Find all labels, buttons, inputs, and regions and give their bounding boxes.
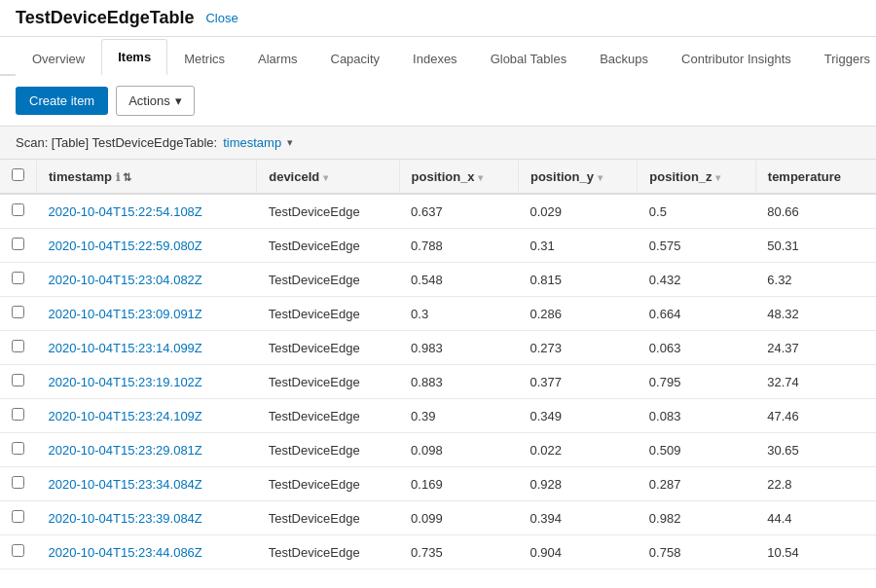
cell-deviceId: TestDeviceEdge: [257, 399, 399, 433]
tab-capacity[interactable]: Capacity: [314, 41, 397, 76]
cell-timestamp[interactable]: 2020-10-04T15:23:29.081Z: [37, 433, 257, 467]
cell-position_z: 0.795: [638, 365, 755, 399]
table-row: 2020-10-04T15:22:59.080ZTestDeviceEdge0.…: [0, 229, 876, 263]
cell-position_x: 0.39: [399, 399, 518, 433]
items-table: timestamp ℹ ⇅deviceId ▾position_x ▾posit…: [0, 160, 876, 570]
table-row: 2020-10-04T15:23:39.084ZTestDeviceEdge0.…: [0, 501, 876, 535]
filter-icon[interactable]: ▾: [323, 172, 328, 183]
row-checkbox[interactable]: [12, 306, 24, 318]
tab-triggers[interactable]: Triggers: [808, 41, 876, 76]
col-header-temperature: temperature: [755, 160, 876, 194]
cell-position_z: 0.5: [638, 194, 755, 229]
page-title: TestDeviceEdgeTable: [16, 8, 194, 28]
cell-position_x: 0.169: [399, 467, 518, 501]
scan-bar: Scan: [Table] TestDeviceEdgeTable: times…: [0, 127, 876, 160]
cell-timestamp[interactable]: 2020-10-04T15:23:14.099Z: [37, 331, 257, 365]
select-all-header: [0, 160, 37, 194]
cell-deviceId: TestDeviceEdge: [257, 331, 399, 365]
cell-timestamp[interactable]: 2020-10-04T15:23:39.084Z: [37, 501, 257, 535]
filter-icon[interactable]: ▾: [598, 172, 602, 183]
cell-timestamp[interactable]: 2020-10-04T15:23:09.091Z: [37, 297, 257, 331]
table-row: 2020-10-04T15:23:34.084ZTestDeviceEdge0.…: [0, 467, 876, 501]
row-checkbox[interactable]: [12, 340, 24, 352]
col-header-timestamp[interactable]: timestamp ℹ ⇅: [37, 160, 257, 194]
cell-timestamp[interactable]: 2020-10-04T15:23:44.086Z: [37, 535, 257, 570]
row-checkbox[interactable]: [12, 238, 24, 250]
cell-deviceId: TestDeviceEdge: [257, 229, 399, 263]
tab-items[interactable]: Items: [101, 39, 167, 76]
tab-overview[interactable]: Overview: [16, 41, 101, 76]
tab-contributor-insights[interactable]: Contributor Insights: [665, 41, 808, 76]
row-checkbox-cell: [0, 263, 37, 297]
row-checkbox[interactable]: [12, 408, 24, 421]
cell-position_x: 0.098: [399, 433, 518, 467]
table-container: timestamp ℹ ⇅deviceId ▾position_x ▾posit…: [0, 160, 876, 570]
cell-position_x: 0.099: [399, 501, 518, 535]
cell-deviceId: TestDeviceEdge: [257, 467, 399, 501]
cell-position_y: 0.349: [518, 399, 637, 433]
table-row: 2020-10-04T15:23:29.081ZTestDeviceEdge0.…: [0, 433, 876, 467]
cell-position_x: 0.3: [399, 297, 518, 331]
cell-position_x: 0.548: [399, 263, 518, 297]
filter-icon[interactable]: ▾: [478, 172, 483, 183]
cell-position_x: 0.788: [399, 229, 518, 263]
cell-timestamp[interactable]: 2020-10-04T15:22:59.080Z: [37, 229, 257, 263]
cell-position_z: 0.575: [638, 229, 755, 263]
cell-temperature: 47.46: [755, 399, 876, 433]
cell-timestamp[interactable]: 2020-10-04T15:23:19.102Z: [37, 365, 257, 399]
col-header-position_z: position_z ▾: [638, 160, 755, 194]
cell-position_y: 0.377: [518, 365, 637, 399]
create-item-button[interactable]: Create item: [16, 87, 108, 115]
row-checkbox[interactable]: [12, 374, 24, 386]
cell-temperature: 24.37: [755, 331, 876, 365]
tab-backups[interactable]: Backups: [583, 41, 665, 76]
cell-position_z: 0.063: [638, 331, 755, 365]
cell-position_x: 0.735: [399, 535, 518, 570]
row-checkbox-cell: [0, 297, 37, 331]
tab-indexes[interactable]: Indexes: [396, 41, 474, 76]
cell-temperature: 30.65: [755, 433, 876, 467]
cell-position_x: 0.883: [399, 365, 518, 399]
actions-label: Actions: [128, 93, 170, 108]
row-checkbox[interactable]: [12, 272, 24, 284]
actions-chevron-icon: ▾: [175, 93, 182, 108]
actions-button[interactable]: Actions ▾: [116, 86, 195, 116]
cell-deviceId: TestDeviceEdge: [257, 194, 399, 229]
col-header-position_x: position_x ▾: [399, 160, 518, 194]
sort-icon[interactable]: ⇅: [123, 171, 131, 183]
row-checkbox[interactable]: [12, 510, 24, 523]
cell-position_y: 0.394: [518, 501, 637, 535]
cell-timestamp[interactable]: 2020-10-04T15:23:34.084Z: [37, 467, 257, 501]
cell-position_y: 0.022: [518, 433, 637, 467]
select-all-checkbox[interactable]: [12, 168, 24, 181]
cell-deviceId: TestDeviceEdge: [257, 433, 399, 467]
filter-icon[interactable]: ▾: [715, 172, 720, 183]
scan-chevron-icon[interactable]: ▾: [287, 136, 293, 149]
cell-deviceId: TestDeviceEdge: [257, 263, 399, 297]
tab-bar: OverviewItemsMetricsAlarmsCapacityIndexe…: [0, 37, 876, 76]
cell-timestamp[interactable]: 2020-10-04T15:23:04.082Z: [37, 263, 257, 297]
info-icon: ℹ: [116, 171, 120, 183]
cell-position_x: 0.637: [399, 194, 518, 229]
cell-position_z: 0.758: [638, 535, 755, 570]
table-row: 2020-10-04T15:23:19.102ZTestDeviceEdge0.…: [0, 365, 876, 399]
tab-metrics[interactable]: Metrics: [167, 41, 241, 76]
cell-temperature: 48.32: [755, 297, 876, 331]
tab-alarms[interactable]: Alarms: [241, 41, 313, 76]
row-checkbox[interactable]: [12, 544, 24, 557]
cell-deviceId: TestDeviceEdge: [257, 297, 399, 331]
table-row: 2020-10-04T15:23:14.099ZTestDeviceEdge0.…: [0, 331, 876, 365]
row-checkbox-cell: [0, 331, 37, 365]
cell-timestamp[interactable]: 2020-10-04T15:22:54.108Z: [37, 194, 257, 229]
close-link[interactable]: Close: [205, 11, 237, 25]
cell-timestamp[interactable]: 2020-10-04T15:23:24.109Z: [37, 399, 257, 433]
row-checkbox[interactable]: [12, 442, 24, 455]
row-checkbox[interactable]: [12, 203, 24, 216]
scan-query[interactable]: timestamp: [223, 135, 281, 150]
row-checkbox-cell: [0, 229, 37, 263]
cell-temperature: 22.8: [755, 467, 876, 501]
row-checkbox[interactable]: [12, 476, 24, 489]
row-checkbox-cell: [0, 501, 37, 535]
tab-global-tables[interactable]: Global Tables: [474, 41, 584, 76]
cell-deviceId: TestDeviceEdge: [257, 365, 399, 399]
